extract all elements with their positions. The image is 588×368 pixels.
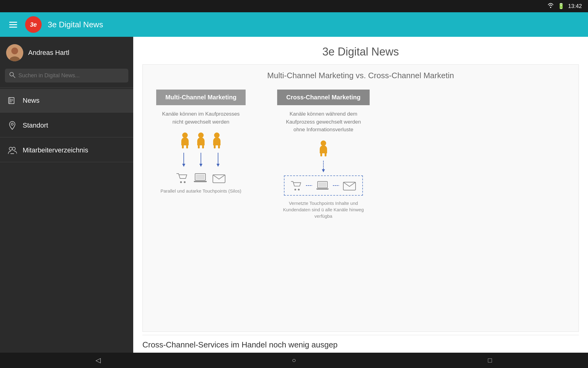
cross-persons-row bbox=[318, 140, 329, 156]
main-content: 3e Digital News Multi-Channel Marketing … bbox=[133, 37, 588, 353]
svg-point-12 bbox=[12, 147, 15, 150]
menu-button[interactable] bbox=[7, 20, 19, 29]
content-body: Multi-Channel Marketing vs. Cross-Channe… bbox=[133, 64, 588, 353]
svg-point-13 bbox=[182, 132, 188, 138]
sidebar-label-mitarbeiter: Mitarbeiterverzeichnis bbox=[23, 146, 88, 154]
person-icon-1 bbox=[179, 132, 190, 148]
infographic-area: Multi-Channel Marketing vs. Cross-Channe… bbox=[142, 64, 579, 332]
divider3 bbox=[0, 137, 133, 137]
search-input[interactable] bbox=[18, 72, 124, 79]
cart-icon bbox=[176, 172, 188, 183]
wifi-icon bbox=[547, 3, 554, 9]
cross-mail-icon bbox=[343, 180, 356, 191]
svg-point-38 bbox=[294, 189, 296, 190]
svg-point-11 bbox=[9, 147, 12, 150]
svg-point-10 bbox=[11, 123, 13, 125]
svg-line-4 bbox=[13, 76, 15, 78]
cross-channel-header: Cross-Channel Marketing bbox=[277, 90, 370, 105]
divider4 bbox=[0, 162, 133, 162]
svg-rect-15 bbox=[186, 145, 188, 148]
svg-rect-20 bbox=[214, 145, 216, 148]
divider bbox=[0, 87, 133, 88]
user-name: Andreas Hartl bbox=[28, 49, 70, 57]
sidebar: Andreas Hartl bbox=[0, 37, 133, 353]
channels-row: Multi-Channel Marketing Kanäle können im… bbox=[152, 90, 569, 328]
laptop-icon bbox=[193, 172, 207, 183]
status-bar: 🔋 13:42 bbox=[0, 0, 588, 12]
sidebar-item-mitarbeiter[interactable]: Mitarbeiterverzeichnis bbox=[0, 139, 133, 162]
svg-marker-37 bbox=[322, 169, 325, 172]
cross-arrow bbox=[321, 161, 326, 173]
svg-point-39 bbox=[298, 189, 300, 190]
sidebar-item-standort[interactable]: Standort bbox=[0, 114, 133, 137]
multi-footer: Parallel und autarke Touchpoints (Silos) bbox=[160, 188, 241, 194]
app-bar: 3e 3e Digital News bbox=[0, 12, 588, 37]
svg-point-29 bbox=[184, 181, 186, 183]
svg-point-1 bbox=[11, 48, 18, 54]
battery-icon: 🔋 bbox=[558, 3, 564, 10]
svg-rect-42 bbox=[318, 182, 326, 187]
sidebar-label-news: News bbox=[23, 97, 40, 105]
divider2 bbox=[0, 112, 133, 113]
arrow-2 bbox=[198, 153, 203, 168]
infographic-title: Multi-Channel Marketing vs. Cross-Channe… bbox=[267, 71, 454, 80]
svg-marker-25 bbox=[199, 164, 202, 167]
cross-channel-desc: Kanäle können während dem Kaufprozess ge… bbox=[281, 110, 366, 134]
cross-cart-icon bbox=[291, 180, 302, 191]
avatar bbox=[6, 44, 23, 61]
svg-point-19 bbox=[214, 132, 220, 138]
svg-marker-27 bbox=[217, 164, 220, 167]
svg-point-28 bbox=[180, 181, 182, 183]
cross-laptop-icon bbox=[316, 180, 329, 191]
person-icon-2 bbox=[195, 132, 206, 148]
svg-rect-35 bbox=[325, 153, 326, 156]
mail-icon bbox=[212, 173, 226, 183]
cross-devices-box bbox=[284, 175, 363, 196]
svg-rect-14 bbox=[182, 145, 184, 148]
app-container: 3e 3e Digital News Andreas Hartl bbox=[0, 12, 588, 353]
app-logo: 3e bbox=[25, 16, 42, 33]
news-icon bbox=[7, 96, 17, 105]
svg-point-3 bbox=[10, 72, 13, 76]
article-title: Cross-Channel-Services im Handel noch we… bbox=[142, 335, 579, 353]
recent-button[interactable]: □ bbox=[481, 354, 499, 366]
multi-devices-row bbox=[176, 172, 226, 183]
search-bar[interactable] bbox=[5, 69, 128, 82]
nav-bar: ◁ ○ □ bbox=[0, 353, 588, 368]
sidebar-item-news[interactable]: News bbox=[0, 89, 133, 112]
multi-persons-row bbox=[179, 132, 222, 148]
home-button[interactable]: ○ bbox=[285, 354, 303, 366]
clock: 13:42 bbox=[568, 3, 582, 10]
cross-channel-col: Cross-Channel Marketing Kanäle können wä… bbox=[274, 90, 372, 328]
svg-rect-31 bbox=[196, 174, 205, 179]
svg-rect-34 bbox=[320, 153, 322, 156]
body-row: Andreas Hartl bbox=[0, 37, 588, 353]
svg-rect-18 bbox=[202, 145, 204, 148]
back-button[interactable]: ◁ bbox=[89, 354, 107, 366]
person-icon-3 bbox=[211, 132, 222, 148]
svg-rect-21 bbox=[218, 145, 220, 148]
location-icon bbox=[7, 121, 17, 130]
multi-channel-header: Multi-Channel Marketing bbox=[156, 90, 246, 105]
svg-rect-17 bbox=[198, 145, 200, 148]
search-icon bbox=[9, 72, 15, 79]
svg-point-16 bbox=[198, 132, 204, 138]
dashed-connector-1 bbox=[306, 185, 312, 186]
svg-point-33 bbox=[321, 140, 326, 146]
svg-marker-23 bbox=[182, 164, 185, 167]
dashed-connector-2 bbox=[333, 185, 339, 186]
people-icon bbox=[7, 145, 17, 155]
sidebar-label-standort: Standort bbox=[23, 121, 48, 129]
arrow-1 bbox=[181, 153, 186, 168]
multi-channel-col: Multi-Channel Marketing Kanäle können im… bbox=[152, 90, 250, 328]
logo-text: 3e bbox=[30, 21, 37, 28]
person-icon-cross bbox=[318, 140, 329, 156]
sidebar-user: Andreas Hartl bbox=[0, 37, 133, 67]
app-title: 3e Digital News bbox=[48, 20, 103, 29]
multi-channel-desc: Kanäle können im Kaufprozesses nicht gew… bbox=[158, 110, 244, 126]
cross-footer: Vernetzte Touchpoints Inhalte und Kunden… bbox=[281, 200, 366, 219]
arrow-3 bbox=[216, 153, 221, 168]
page-title: 3e Digital News bbox=[133, 37, 588, 64]
